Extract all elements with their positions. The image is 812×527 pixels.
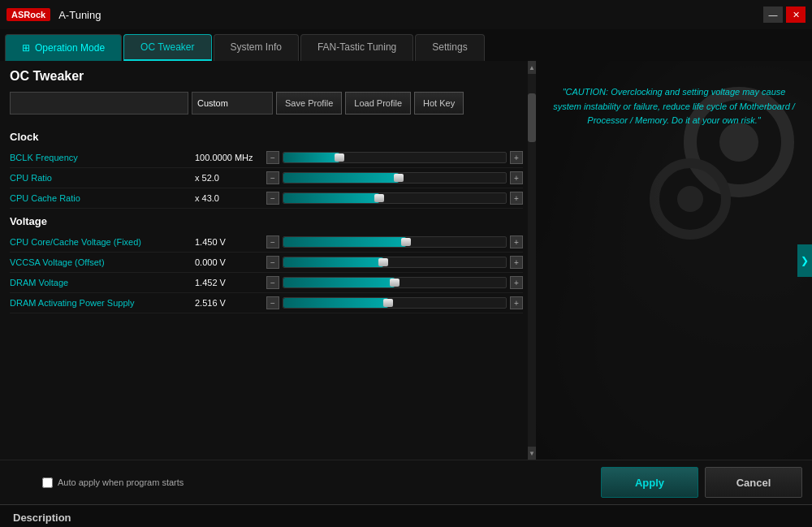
bclk-decrease-button[interactable]: − [266,151,279,164]
dram-voltage-slider-track[interactable] [283,277,507,288]
scrollbar-thumb[interactable] [528,93,536,142]
right-panel: "CAUTION: Overclocking and setting volta… [536,61,812,460]
dram-power-slider-container: − + [266,296,523,309]
setting-row-cpu-core-voltage: CPU Core/Cache Voltage (Fixed) 1.450 V −… [10,232,523,253]
action-bar: Auto apply when program starts Apply Can… [0,460,812,504]
profile-bar: Save Profile Load Profile Hot Key [10,92,526,114]
setting-row-bclk: BCLK Frequency 100.0000 MHz − + [10,148,523,168]
grid-icon: ⊞ [22,42,30,54]
cpu-ratio-label: CPU Ratio [10,173,188,183]
tab-system-info[interactable]: System Info [214,34,299,61]
cpu-core-voltage-value: 1.450 V [195,237,260,247]
description-title: Description [13,512,799,524]
minimize-button[interactable]: — [763,6,783,23]
auto-apply-container: Auto apply when program starts [42,477,184,488]
dram-voltage-value: 1.452 V [195,278,260,287]
app-title: A-Tuning [58,9,101,21]
dram-power-label: DRAM Activating Power Supply [10,298,188,308]
bclk-slider-track[interactable] [283,152,507,163]
tab-oc-tweaker[interactable]: OC Tweaker [123,34,211,61]
tab-system-info-label: System Info [231,41,282,53]
tab-oc-tweaker-label: OC Tweaker [140,41,194,53]
save-profile-button[interactable]: Save Profile [276,92,342,114]
voltage-section-header: Voltage [10,215,523,227]
dram-voltage-decrease-button[interactable]: − [266,276,279,289]
vccsa-slider-track[interactable] [283,257,507,268]
tab-settings-label: Settings [432,41,467,53]
clock-section-header: Clock [10,131,523,143]
vccsa-value: 0.000 V [195,257,260,267]
vccsa-slider-container: − + [266,256,523,269]
description-bar: Description Configurations for overclock… [0,504,812,527]
tab-operation-mode-label: Operation Mode [35,42,105,54]
bclk-slider-container: − + [266,151,523,164]
cpu-cache-slider-container: − + [266,192,523,205]
svg-point-3 [677,186,703,212]
cpu-ratio-value: x 52.0 [195,173,260,183]
cpu-cache-slider-track[interactable] [283,192,507,204]
profile-dropdown[interactable] [10,92,188,114]
cpu-core-voltage-slider-track[interactable] [283,236,507,248]
setting-row-dram-voltage: DRAM Voltage 1.452 V − + [10,273,523,293]
cpu-ratio-decrease-button[interactable]: − [266,171,279,184]
cpu-ratio-slider-track[interactable] [283,172,507,184]
setting-row-cpu-ratio: CPU Ratio x 52.0 − + [10,168,523,188]
warning-text: "CAUTION: Overclocking and setting volta… [536,61,812,153]
cpu-cache-increase-button[interactable]: + [510,192,523,205]
apply-button[interactable]: Apply [601,467,698,498]
dram-power-value: 2.516 V [195,298,260,308]
tab-operation-mode[interactable]: ⊞ Operation Mode [5,34,122,61]
cpu-cache-decrease-button[interactable]: − [266,192,279,205]
title-bar: ASRock A-Tuning — ✕ [0,0,812,29]
panel-collapse-button[interactable]: ❯ [797,244,812,277]
dram-power-increase-button[interactable]: + [510,296,523,309]
panel-title: OC Tweaker [10,69,526,84]
title-controls: — ✕ [763,6,806,23]
cpu-cache-value: x 43.0 [195,193,260,203]
dram-voltage-slider-container: − + [266,276,523,289]
cpu-cache-label: CPU Cache Ratio [10,193,188,203]
scrollbar: ▲ ▼ [528,61,536,460]
profile-name-input[interactable] [192,92,273,114]
nav-bar: ⊞ Operation Mode OC Tweaker System Info … [0,29,812,61]
bclk-value: 100.0000 MHz [195,153,260,162]
settings-area: Clock BCLK Frequency 100.0000 MHz − + CP… [10,124,526,442]
title-left: ASRock A-Tuning [6,8,101,21]
scrollbar-down-button[interactable]: ▼ [528,447,536,460]
bclk-label: BCLK Frequency [10,153,188,162]
cancel-button[interactable]: Cancel [705,467,802,498]
dram-voltage-increase-button[interactable]: + [510,276,523,289]
dram-voltage-label: DRAM Voltage [10,278,188,287]
bclk-increase-button[interactable]: + [510,151,523,164]
tab-fan-tastic[interactable]: FAN-Tastic Tuning [300,34,413,61]
main-content: OC Tweaker Save Profile Load Profile Hot… [0,61,812,460]
setting-row-dram-power: DRAM Activating Power Supply 2.516 V − + [10,293,523,313]
auto-apply-label: Auto apply when program starts [58,477,184,487]
cpu-ratio-increase-button[interactable]: + [510,171,523,184]
scrollbar-up-button[interactable]: ▲ [528,61,536,74]
setting-row-vccsa: VCCSA Voltage (Offset) 0.000 V − + [10,253,523,273]
auto-apply-checkbox[interactable] [42,477,53,488]
load-profile-button[interactable]: Load Profile [345,92,411,114]
cpu-ratio-slider-container: − + [266,171,523,184]
dram-power-decrease-button[interactable]: − [266,296,279,309]
close-button[interactable]: ✕ [786,6,806,23]
tab-fan-tastic-label: FAN-Tastic Tuning [317,41,396,53]
dram-power-slider-track[interactable] [283,297,507,309]
cpu-core-voltage-increase-button[interactable]: + [510,235,523,248]
cpu-core-voltage-slider-container: − + [266,235,523,248]
cpu-core-voltage-decrease-button[interactable]: − [266,235,279,248]
asrock-logo: ASRock [6,8,50,21]
vccsa-increase-button[interactable]: + [510,256,523,269]
vccsa-decrease-button[interactable]: − [266,256,279,269]
oc-panel: OC Tweaker Save Profile Load Profile Hot… [0,61,536,460]
hotkey-button[interactable]: Hot Key [414,92,464,114]
cpu-core-voltage-label: CPU Core/Cache Voltage (Fixed) [10,237,188,247]
tab-settings[interactable]: Settings [415,34,484,61]
setting-row-cpu-cache: CPU Cache Ratio x 43.0 − + [10,188,523,209]
vccsa-label: VCCSA Voltage (Offset) [10,257,188,267]
